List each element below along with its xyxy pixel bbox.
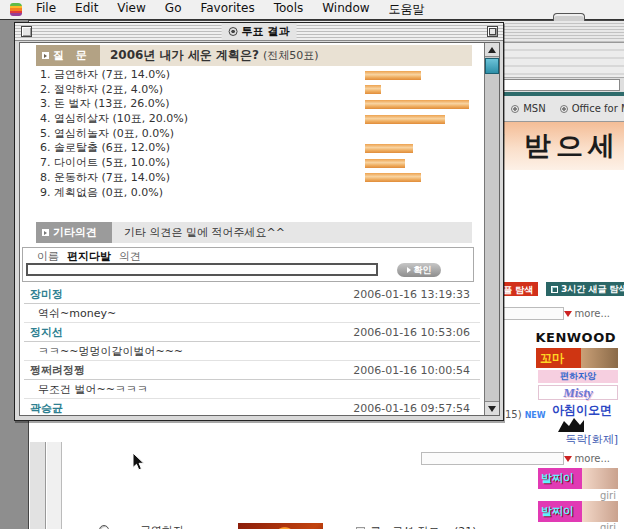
baljji-ad-banner[interactable]: 발찌이 bbox=[538, 468, 618, 489]
comment-item: 곽승균 2006-01-16 09:57:54 bbox=[24, 399, 480, 415]
poll-icon bbox=[229, 27, 238, 36]
kkoma-label: 꼬마 bbox=[540, 350, 564, 367]
board-post-row: 름…쿠션 정모… (21) bbox=[356, 524, 536, 529]
name-label: 이름 bbox=[37, 249, 59, 264]
misty-ad-banner[interactable]: Misty bbox=[538, 385, 618, 400]
favorite-item[interactable]: MSN bbox=[511, 103, 545, 114]
poll-result-bar bbox=[365, 173, 421, 182]
comment-name-row: 곽승균 2006-01-16 09:57:54 bbox=[24, 399, 480, 415]
site-icon bbox=[511, 105, 519, 113]
more-link[interactable]: more... bbox=[564, 308, 610, 319]
zoom-box[interactable] bbox=[487, 26, 498, 37]
left-pane bbox=[47, 442, 62, 529]
poll-results-list: 1. 금연하자 (7표, 14.0%) 2. 절약하자 (2표, 4.0%) 3… bbox=[40, 68, 480, 200]
baljji-ad-banner[interactable]: 발찌이 bbox=[538, 501, 618, 522]
menu-item[interactable]: View bbox=[117, 1, 145, 18]
poll-total-votes: (전체50표) bbox=[263, 48, 319, 63]
commenter-name[interactable]: 곽승균 bbox=[30, 401, 63, 416]
board-post-list: 름…쿠션 정모… (21) 오랜만에 커튼을 젖혔는데 (14) 겨울맞이 마지… bbox=[356, 524, 536, 529]
comments-list: 장미정 2006-01-16 13:19:33 역쉬~money~ 정지선 2 bbox=[24, 285, 480, 415]
menu-item[interactable]: Edit bbox=[75, 1, 98, 18]
comment-name-row: 쩡쩌려정쩡 2006-01-16 10:00:54 bbox=[24, 361, 480, 380]
poll-result-text: 5. 열심히놀자 (0표, 0.0%) bbox=[40, 127, 174, 140]
giri-link[interactable]: giri bbox=[600, 522, 616, 529]
question-label-box: 질 문 bbox=[36, 45, 100, 66]
partial-count: 15) bbox=[505, 409, 522, 420]
site-icon bbox=[560, 105, 568, 113]
collapsed-window-tab[interactable] bbox=[553, 13, 585, 21]
submit-button[interactable]: 확인 bbox=[397, 263, 441, 277]
menu-item[interactable]: Favorites bbox=[200, 1, 254, 18]
poll-result-bar bbox=[365, 100, 469, 109]
poll-result-bar bbox=[365, 71, 421, 80]
menu-item[interactable]: Go bbox=[165, 1, 182, 18]
commenter-name[interactable]: 정지선 bbox=[30, 325, 63, 340]
menu-item[interactable]: File bbox=[36, 1, 56, 18]
menu-bar: FileEditViewGoFavoritesToolsWindow도움말 bbox=[0, 0, 624, 20]
favorite-label: Office for Macin bbox=[572, 103, 624, 114]
opinion-section-row: 기타의견 기타 의견은 밑에 적어주세요^^ bbox=[36, 222, 472, 243]
dialog-content: 질 문 2006년 내가 세운 계획은? (전체50표) 1. 금연하자 (7표… bbox=[20, 43, 484, 415]
comment-text-row: ㅋㅋ~~멍멍이같이벌어~~~ bbox=[24, 342, 480, 361]
poll-option-row: 금연하자 bbox=[99, 523, 229, 529]
poll-result-row: 1. 금연하자 (7표, 14.0%) bbox=[40, 68, 480, 83]
baljji-label: 발찌이 bbox=[541, 504, 574, 519]
submit-label: 확인 bbox=[414, 264, 432, 277]
poll-result-row: 8. 운동하자 (7표, 14.0%) bbox=[40, 171, 480, 186]
comment-text: 무조건 벌어~~ㅋㅋㅋ bbox=[38, 382, 148, 397]
poll-radio-button[interactable] bbox=[99, 525, 109, 529]
browser-left-scrollbar[interactable] bbox=[30, 442, 46, 529]
giri-link[interactable]: giri bbox=[600, 490, 616, 501]
pyeonhajaang-ad-banner[interactable]: 편하자앙 bbox=[538, 370, 618, 383]
comment-text: 역쉬~money~ bbox=[38, 306, 116, 321]
dialog-title-text: 투표 결과 bbox=[242, 24, 290, 39]
commenter-name[interactable]: 장미정 bbox=[30, 287, 63, 302]
kenwood-ad[interactable]: KENWOOD bbox=[535, 330, 616, 345]
dialog-title: 투표 결과 bbox=[222, 23, 297, 40]
dokrak-link[interactable]: 독락[화제] bbox=[565, 432, 618, 447]
partial-post-link[interactable]: 15)NEW bbox=[505, 409, 546, 420]
poll-result-row: 2. 절약하자 (2표, 4.0%) bbox=[40, 83, 480, 98]
poll-result-text: 3. 돈 벌자 (13표, 26.0%) bbox=[40, 97, 170, 110]
poll-result-row: 6. 솔로탈출 (6표, 12.0%) bbox=[40, 141, 480, 156]
comment-item: 장미정 2006-01-16 13:19:33 역쉬~money~ bbox=[24, 285, 480, 323]
poll-result-bar bbox=[365, 159, 405, 168]
board-post-link[interactable]: 름…쿠션 정모… (21) bbox=[370, 524, 477, 529]
poll-question-title: 2006년 내가 세운 계획은? bbox=[110, 47, 259, 64]
commenter-name[interactable]: 쩡쩌려정쩡 bbox=[30, 363, 85, 378]
section-header-bar bbox=[421, 452, 564, 465]
post-thumbnail-lanterns[interactable] bbox=[238, 523, 323, 529]
kkoma-ad-banner[interactable]: 꼬마 bbox=[536, 348, 618, 368]
dialog-titlebar[interactable]: 투표 결과 bbox=[15, 23, 503, 41]
poll-result-bar bbox=[365, 144, 413, 153]
poll-result-text: 4. 열심히살자 (10표, 20.0%) bbox=[40, 112, 188, 125]
opinion-input[interactable] bbox=[26, 263, 378, 276]
poll-result-text: 9. 계획없음 (0표, 0.0%) bbox=[40, 186, 163, 199]
box-icon bbox=[551, 286, 558, 293]
menu-items: FileEditViewGoFavoritesToolsWindow도움말 bbox=[36, 1, 425, 18]
menu-item[interactable]: Window bbox=[322, 1, 369, 18]
poll-result-row: 5. 열심히놀자 (0표, 0.0%) bbox=[40, 127, 480, 142]
dialog-scrollbar[interactable] bbox=[484, 43, 499, 415]
menu-item[interactable]: 도움말 bbox=[389, 1, 425, 18]
more-link[interactable]: more... bbox=[564, 453, 610, 464]
triangle-down-icon bbox=[564, 456, 572, 462]
favorite-label: MSN bbox=[523, 103, 545, 114]
poll-results-dialog: 투표 결과 질 문 2006년 내가 세운 계획은? (전체50표) bbox=[14, 22, 504, 421]
opinion-form: 이름 편지다발 의견 확인 bbox=[22, 247, 474, 282]
poll-result-text: 1. 금연하자 (7표, 14.0%) bbox=[40, 68, 170, 81]
menu-item[interactable]: Tools bbox=[274, 1, 304, 18]
more-label: more... bbox=[575, 453, 610, 464]
poll-result-text: 2. 절약하자 (2표, 4.0%) bbox=[40, 83, 163, 96]
new-posts-search-button[interactable]: 3시간 새글 탐색 bbox=[546, 282, 624, 296]
close-box[interactable] bbox=[21, 26, 32, 37]
opinion-label-box: 기타의견 bbox=[36, 222, 112, 243]
favorite-item[interactable]: Office for Macin bbox=[560, 103, 624, 114]
scroll-down-arrow[interactable] bbox=[485, 401, 499, 415]
comment-date: 2006-01-16 10:53:06 bbox=[353, 326, 470, 339]
scroll-up-arrow[interactable] bbox=[485, 43, 499, 57]
scroll-thumb[interactable] bbox=[485, 58, 499, 74]
poll-result-text: 7. 다이어트 (5표, 10.0%) bbox=[40, 156, 170, 169]
comment-item: 정지선 2006-01-16 10:53:06 ㅋㅋ~~멍멍이같이벌어~~~ bbox=[24, 323, 480, 361]
apple-menu-icon[interactable] bbox=[10, 3, 22, 16]
